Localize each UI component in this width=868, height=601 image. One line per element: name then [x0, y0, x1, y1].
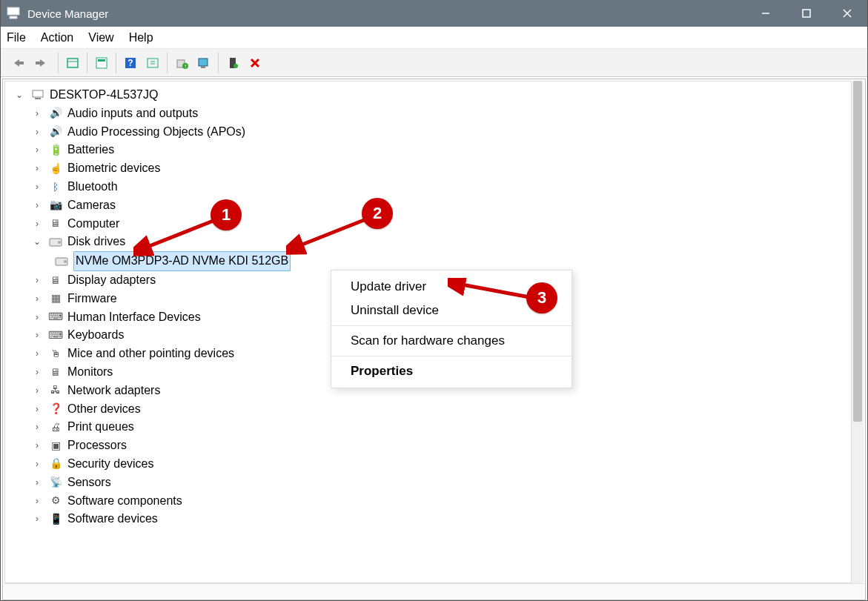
tree-item-sw-components[interactable]: ›⚙Software components [8, 492, 848, 511]
chevron-right-icon[interactable]: › [30, 143, 44, 157]
back-icon[interactable] [8, 53, 29, 73]
app-icon [7, 7, 20, 20]
tree-item-biometric[interactable]: ›☝Biometric devices [8, 159, 848, 178]
chevron-right-icon[interactable]: › [30, 402, 44, 416]
chevron-down-icon[interactable]: ⌄ [30, 235, 44, 249]
ctx-scan-hardware[interactable]: Scan for hardware changes [331, 329, 572, 353]
svg-text:?: ? [127, 58, 133, 68]
svg-rect-6 [19, 62, 24, 64]
help-icon[interactable]: ? [120, 53, 141, 73]
forward-icon[interactable] [30, 53, 51, 73]
computer-icon [30, 89, 45, 101]
tree-item-computer[interactable]: ›🖥Computer [8, 215, 848, 233]
chevron-right-icon[interactable]: › [30, 347, 44, 361]
lock-icon: 🔒 [48, 456, 63, 472]
context-separator [331, 325, 572, 326]
chevron-right-icon[interactable]: › [30, 494, 44, 508]
tree-item-disk-drives[interactable]: ⌄Disk drives [8, 233, 848, 251]
display-icon: 🖥 [48, 273, 63, 289]
chevron-right-icon[interactable]: › [30, 457, 44, 471]
chevron-right-icon[interactable]: › [30, 292, 44, 306]
chevron-right-icon[interactable]: › [30, 162, 44, 176]
fingerprint-icon: ☝ [48, 161, 63, 177]
uninstall-icon[interactable] [193, 53, 214, 73]
bluetooth-icon: ᛒ [48, 179, 63, 196]
svg-rect-3 [803, 10, 810, 17]
enable-icon[interactable] [222, 53, 243, 73]
annotation-badge-2: 2 [362, 198, 393, 229]
printer-icon: 🖨 [48, 419, 63, 436]
tree-item-other[interactable]: ›❓Other devices [8, 400, 848, 419]
annotation-badge-3: 3 [526, 282, 557, 313]
close-button[interactable] [826, 0, 867, 27]
tree-item-cameras[interactable]: ›📷Cameras [8, 196, 848, 215]
tree-item-print[interactable]: ›🖨Print queues [8, 418, 848, 436]
tree-item-sw-devices[interactable]: ›📱Software devices [8, 510, 848, 528]
network-icon: 🖧 [48, 382, 63, 399]
chevron-right-icon[interactable]: › [30, 217, 44, 231]
camera-icon: 📷 [48, 197, 63, 213]
chevron-right-icon[interactable]: › [30, 476, 44, 490]
menubar: File Action View Help [1, 27, 867, 49]
disk-icon [48, 238, 63, 247]
window-title: Device Manager [27, 7, 745, 20]
chevron-right-icon[interactable]: › [30, 199, 44, 213]
scrollbar-thumb[interactable] [853, 81, 862, 422]
chevron-right-icon[interactable]: › [30, 107, 44, 121]
chevron-right-icon[interactable]: › [30, 420, 44, 434]
svg-point-27 [64, 260, 67, 263]
svg-rect-14 [148, 59, 158, 67]
chevron-right-icon[interactable]: › [30, 439, 44, 453]
tree-item-bluetooth[interactable]: ›ᛒBluetooth [8, 178, 848, 196]
tree-item-nvme-disk[interactable]: NVMe OM3PDP3-AD NVMe KDI 512GB [8, 251, 848, 271]
svg-rect-22 [33, 90, 43, 97]
chevron-right-icon[interactable]: › [30, 273, 44, 288]
minimize-button[interactable] [745, 0, 786, 27]
mouse-icon: 🖱 [48, 346, 63, 362]
svg-rect-0 [7, 7, 19, 15]
svg-rect-18 [199, 59, 208, 66]
chevron-down-icon[interactable]: ⌄ [13, 88, 26, 102]
svg-rect-7 [36, 62, 41, 64]
update-driver-icon[interactable]: ↑ [171, 53, 192, 73]
tree-item-audio-io[interactable]: ›🔊Audio inputs and outputs [8, 104, 848, 123]
device-icon: 📱 [48, 511, 63, 528]
menu-view[interactable]: View [88, 31, 113, 44]
vertical-scrollbar[interactable] [852, 81, 864, 583]
svg-rect-19 [201, 66, 205, 68]
battery-icon: 🔋 [48, 142, 63, 159]
chevron-right-icon[interactable]: › [30, 512, 44, 526]
tree-item-security[interactable]: ›🔒Security devices [8, 455, 848, 474]
scan-icon[interactable] [142, 53, 163, 73]
toolbar: ? ↑ [1, 49, 867, 77]
menu-help[interactable]: Help [129, 31, 153, 44]
properties-icon[interactable] [91, 53, 112, 73]
svg-point-25 [58, 241, 61, 244]
component-icon: ⚙ [48, 493, 63, 509]
chevron-right-icon[interactable]: › [30, 125, 44, 139]
ctx-properties[interactable]: Properties [331, 359, 572, 383]
chevron-right-icon[interactable]: › [30, 365, 44, 379]
monitor-icon: 🖥 [48, 216, 63, 232]
unknown-icon: ❓ [48, 401, 63, 417]
speaker-icon: 🔊 [48, 124, 63, 140]
tree-item-processors[interactable]: ›▣Processors [8, 436, 848, 455]
tree-item-audio-apo[interactable]: ›🔊Audio Processing Objects (APOs) [8, 123, 848, 142]
chevron-right-icon[interactable]: › [30, 328, 44, 342]
titlebar: Device Manager [1, 0, 867, 27]
tree-item-batteries[interactable]: ›🔋Batteries [8, 141, 848, 159]
tree-root[interactable]: ⌄ DESKTOP-4L537JQ [8, 86, 848, 104]
svg-rect-23 [35, 98, 41, 99]
show-hidden-icon[interactable] [62, 53, 83, 73]
status-bar [4, 583, 864, 598]
sensor-icon: 📡 [48, 474, 63, 491]
menu-file[interactable]: File [7, 31, 26, 44]
speaker-icon: 🔊 [48, 105, 63, 122]
menu-action[interactable]: Action [41, 31, 73, 44]
chevron-right-icon[interactable]: › [30, 180, 44, 194]
maximize-button[interactable] [786, 0, 826, 27]
chevron-right-icon[interactable]: › [30, 311, 44, 325]
chevron-right-icon[interactable]: › [30, 384, 44, 398]
remove-icon[interactable] [245, 53, 265, 73]
tree-item-sensors[interactable]: ›📡Sensors [8, 474, 848, 492]
